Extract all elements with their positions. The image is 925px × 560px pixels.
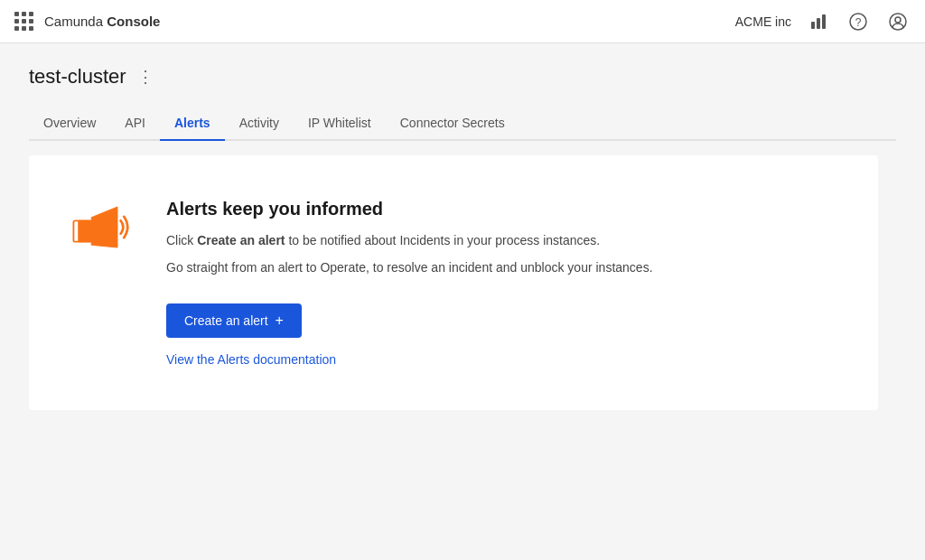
user-icon[interactable] [885,9,911,34]
svg-marker-8 [91,207,117,247]
app-brand: Camunda [44,14,103,29]
create-alert-button[interactable]: Create an alert + [166,303,302,338]
megaphone-icon [69,199,134,264]
tab-overview[interactable]: Overview [29,107,110,141]
create-btn-label: Create an alert [184,313,268,328]
svg-rect-1 [817,18,820,29]
nav-right: ACME inc ? [735,9,911,34]
alert-desc-2: Go straight from an alert to Operate, to… [166,257,842,277]
alerts-title: Alerts keep you informed [166,199,842,219]
docs-link[interactable]: View the Alerts documentation [166,352,842,367]
desc-prefix: Click [166,233,197,247]
cluster-header: test-cluster ⋮ [29,65,896,89]
desc-suffix: to be notified about Incidents in your p… [285,233,601,247]
alert-content: Alerts keep you informed Click Create an… [65,199,842,367]
desc-bold: Create an alert [197,233,285,247]
page-content: test-cluster ⋮ Overview API Alerts Activ… [0,43,925,432]
svg-point-6 [895,17,901,23]
top-navigation: Camunda Console ACME inc ? [0,0,925,43]
help-icon[interactable]: ? [846,9,871,34]
tab-api[interactable]: API [110,107,160,141]
cluster-name: test-cluster [29,65,126,89]
app-title: Camunda Console [44,14,160,29]
tab-activity[interactable]: Activity [225,107,294,141]
alert-body: Alerts keep you informed Click Create an… [166,199,842,367]
org-name: ACME inc [735,14,791,29]
alert-desc-1: Click Create an alert to be notified abo… [166,230,842,250]
svg-rect-0 [811,22,815,29]
alert-icon-wrap [65,199,137,264]
more-options-icon[interactable]: ⋮ [134,67,157,87]
tab-bar: Overview API Alerts Activity IP Whitelis… [29,107,896,141]
svg-rect-2 [822,14,826,29]
create-btn-plus: + [276,313,284,329]
svg-text:?: ? [855,15,862,28]
tab-ip-whitelist[interactable]: IP Whitelist [294,107,386,141]
app-title-bold: Console [107,14,160,29]
nav-left: Camunda Console [14,12,160,31]
alerts-card: Alerts keep you informed Click Create an… [29,155,878,410]
svg-rect-9 [79,220,91,241]
tab-alerts[interactable]: Alerts [160,107,225,141]
stats-icon[interactable] [806,9,831,34]
grid-icon[interactable] [14,12,33,31]
tab-connector-secrets[interactable]: Connector Secrets [386,107,519,141]
